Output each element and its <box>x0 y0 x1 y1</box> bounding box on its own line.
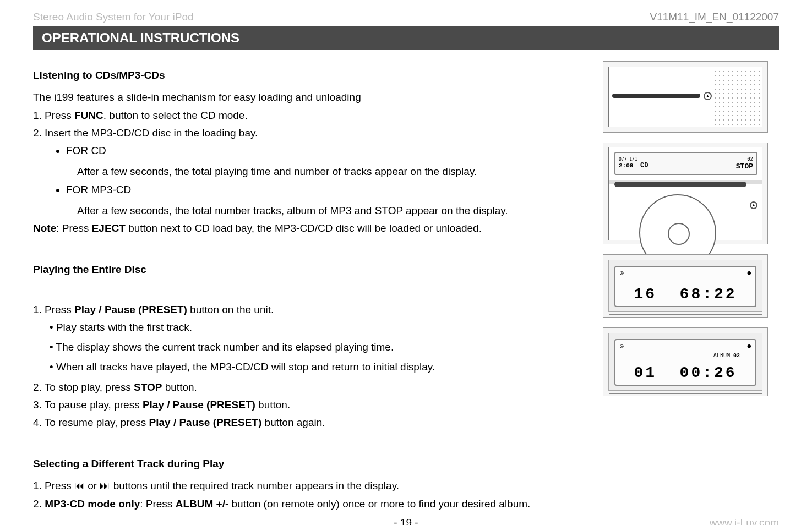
bullet-for-mp3cd: FOR MP3-CD <box>66 181 586 199</box>
heading-playing: Playing the Entire Disc <box>33 261 586 278</box>
eject-button-icon: ▲ <box>750 201 757 209</box>
eject-button-icon: ▲ <box>704 92 712 100</box>
cd-slot-icon <box>612 94 700 98</box>
mp3cd-desc: After a few seconds, the total number tr… <box>77 202 586 220</box>
skip-forward-icon: ⏭ <box>100 480 110 491</box>
diagram-cd-loading: 077 1/1 2:09 CD 02 STOP ▲ <box>603 143 768 244</box>
eject-label: EJECT <box>92 222 126 234</box>
stop-label: STOP <box>134 381 162 393</box>
text: 2. To stop play, press <box>33 381 134 393</box>
text: 1. Press <box>33 110 74 121</box>
text: FOR MP3-CD <box>66 184 131 195</box>
note-line: Note: Press EJECT button next to CD load… <box>33 220 586 237</box>
note-label: Note <box>33 222 56 234</box>
diagram-cd-slot: ▲ <box>603 61 768 133</box>
cd-desc: After a few seconds, the total playing t… <box>77 163 586 181</box>
text: buttons until the required track number … <box>110 480 399 491</box>
skip-back-icon: ⏮ <box>74 480 85 491</box>
intro-text: The i199 features a slide-in mechanism f… <box>33 89 586 106</box>
text: or <box>85 480 100 491</box>
lcd-time: 00:26 <box>680 364 737 381</box>
diagram-lcd-mp3-play: ◎ ● ALBUM 02 01 00:26 <box>603 327 768 396</box>
diagrams-column: ▲ 077 1/1 2:09 CD 02 STOP <box>603 61 779 513</box>
play-step-2: 2. To stop play, press STOP button. <box>33 379 586 396</box>
sub-bullet: • The display shows the current track nu… <box>50 338 586 356</box>
heading-listening: Listening to CDs/MP3-CDs <box>33 67 586 84</box>
audio-icon: ● <box>747 342 751 349</box>
bullet-for-cd: FOR CD <box>66 142 586 160</box>
func-label: FUNC <box>74 110 103 121</box>
text: 1. Press <box>33 304 74 315</box>
diagram-lcd-cd-play: ◎ ● 16 68:22 <box>603 254 768 318</box>
text: button (on remote only) once or more to … <box>228 498 530 510</box>
disc-indicator-icon: ◎ <box>620 269 624 276</box>
step-1: 1. Press FUNC. button to select the CD m… <box>33 107 586 124</box>
text: FOR CD <box>66 145 106 156</box>
heading-selecting: Selecting a Different Track during Play <box>33 455 586 473</box>
main-content: Listening to CDs/MP3-CDs The i199 featur… <box>33 61 586 513</box>
text: : Press <box>140 498 175 510</box>
text: 4. To resume play, press <box>33 417 149 428</box>
sub-bullet: • Play starts with the first track. <box>50 319 586 336</box>
lcd-time: 68:22 <box>680 286 737 303</box>
text: button. <box>162 381 197 393</box>
lcd-small-text: 077 1/1 <box>619 157 648 162</box>
select-step-2: 2. MP3-CD mode only: Press ALBUM +/- but… <box>33 495 586 513</box>
play-pause-label: Play / Pause (PRESET) <box>74 304 187 315</box>
page-header: Stereo Audio System for Your iPod V11M11… <box>33 11 779 23</box>
text: button. <box>255 399 290 411</box>
text: 2. <box>33 498 45 510</box>
text: : Press <box>56 222 91 234</box>
product-name: Stereo Audio System for Your iPod <box>33 11 194 23</box>
text: button on the unit. <box>187 304 274 315</box>
text: 1. Press <box>33 480 74 491</box>
audio-icon: ● <box>747 269 751 276</box>
text: button next to CD load bay, the MP3-CD/C… <box>126 222 482 234</box>
lcd-stop: STOP <box>736 162 753 171</box>
lcd-display: 077 1/1 2:09 CD 02 STOP <box>614 152 757 175</box>
album-number: 02 <box>733 353 740 359</box>
play-pause-label: Play / Pause (PRESET) <box>143 399 255 411</box>
cd-slot-icon <box>614 182 746 187</box>
website-url: www.i-Luv.com <box>710 517 779 525</box>
sub-bullet: • When all tracks have played, the MP3-C… <box>50 358 586 376</box>
page-number: - 19 - <box>394 517 418 525</box>
step-2: 2. Insert the MP3-CD/CD disc in the load… <box>33 124 586 142</box>
text: button again. <box>261 417 325 428</box>
text: . button to select the CD mode. <box>103 110 248 121</box>
play-step-4: 4. To resume play, press Play / Pause (P… <box>33 414 586 431</box>
text: 3. To pause play, press <box>33 399 143 411</box>
album-button-label: ALBUM +/- <box>176 498 229 510</box>
doc-id: V11M11_IM_EN_01122007 <box>650 11 779 23</box>
lcd-mode: CD <box>640 162 648 169</box>
lcd-track-small: 02 <box>736 156 753 162</box>
play-step-3: 3. To pause play, press Play / Pause (PR… <box>33 396 586 414</box>
section-title: OPERATIONAL INSTRUCTIONS <box>33 26 779 50</box>
play-pause-label: Play / Pause (PRESET) <box>149 417 262 428</box>
mp3-mode-label: MP3-CD mode only <box>45 498 140 510</box>
lcd-time: 2:09 <box>619 162 633 169</box>
lcd-track: 16 <box>634 286 657 303</box>
lcd-track: 01 <box>634 364 657 381</box>
disc-indicator-icon: ◎ <box>620 342 624 349</box>
play-step-1: 1. Press Play / Pause (PRESET) button on… <box>33 301 586 319</box>
speaker-grille-icon <box>713 69 760 125</box>
select-step-1: 1. Press ⏮ or ⏭ buttons until the requir… <box>33 477 586 495</box>
album-label: ALBUM <box>713 352 730 358</box>
